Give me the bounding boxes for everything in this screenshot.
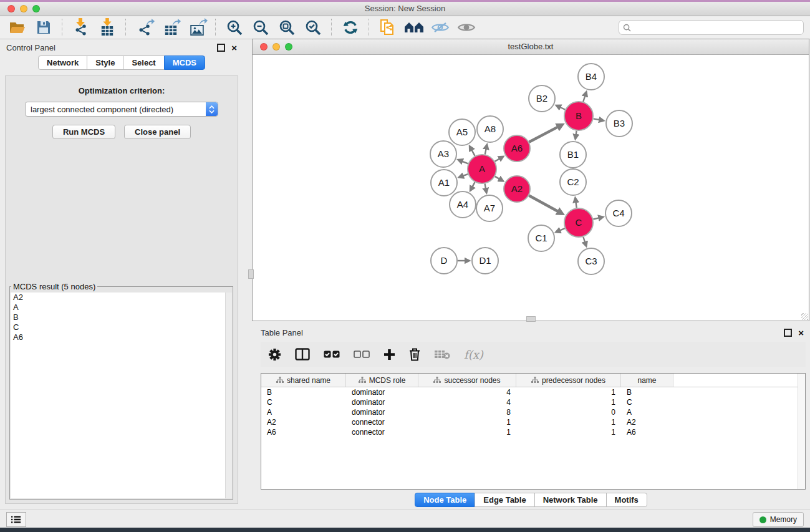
edge-A-A4[interactable] <box>471 182 475 189</box>
export-image-button[interactable] <box>186 18 208 37</box>
close-panel-button[interactable]: Close panel <box>124 125 191 139</box>
search-box[interactable] <box>619 20 804 35</box>
edge-A-A1[interactable] <box>460 174 468 177</box>
node-B1[interactable]: B1 <box>560 142 586 168</box>
import-network-button[interactable] <box>70 18 92 37</box>
table-cell[interactable]: A <box>621 408 673 417</box>
edge-B-B3[interactable] <box>594 118 602 120</box>
edge-C-C2[interactable] <box>576 200 577 208</box>
export-network-button[interactable] <box>133 18 156 37</box>
edge-A-A7[interactable] <box>485 184 486 191</box>
node-D[interactable]: D <box>431 248 457 274</box>
table-cell[interactable]: 0 <box>516 408 621 417</box>
tab-style[interactable]: Style <box>87 56 123 70</box>
close-panel-icon[interactable]: × <box>231 45 237 51</box>
network-document-button[interactable] <box>377 18 399 37</box>
node-A4[interactable]: A4 <box>450 191 476 218</box>
result-item[interactable]: A6 <box>11 332 232 342</box>
column-header-shared-name[interactable]: shared name <box>261 374 346 387</box>
table-cell[interactable]: 1 <box>418 428 516 437</box>
result-scrollbar[interactable] <box>225 293 232 498</box>
close-panel-icon[interactable]: × <box>798 330 804 336</box>
node-A[interactable]: A <box>468 155 496 183</box>
add-button[interactable] <box>383 349 395 360</box>
zoom-in-button[interactable] <box>223 18 246 37</box>
zoom-window-button[interactable] <box>32 5 40 12</box>
table-tab-edge-table[interactable]: Edge Table <box>475 493 534 507</box>
gear-button[interactable] <box>268 348 281 361</box>
deselect-all-button[interactable] <box>354 351 370 358</box>
node-A3[interactable]: A3 <box>430 141 456 167</box>
edge-A-A6[interactable] <box>495 157 502 162</box>
node-A1[interactable]: A1 <box>431 170 457 196</box>
open-file-button[interactable] <box>6 18 29 37</box>
float-panel-icon[interactable] <box>784 329 792 337</box>
table-cell[interactable]: 1 <box>418 418 516 427</box>
table-cell[interactable]: 4 <box>418 388 516 397</box>
horizontal-split-handle[interactable] <box>248 269 254 279</box>
tab-mcds[interactable]: MCDS <box>164 56 205 70</box>
table-row[interactable]: Bdominator41B <box>261 387 805 397</box>
edge-C-C4[interactable] <box>593 217 601 219</box>
resize-grip[interactable] <box>801 313 808 320</box>
search-input[interactable] <box>634 22 799 32</box>
table-cell[interactable]: 1 <box>516 428 621 437</box>
node-A7[interactable]: A7 <box>476 195 503 221</box>
node-C[interactable]: C <box>564 208 593 237</box>
node-D1[interactable]: D1 <box>472 248 498 274</box>
window-titlebar[interactable]: Session: New Session <box>0 2 810 16</box>
columns-button[interactable] <box>295 348 310 360</box>
node-B2[interactable]: B2 <box>529 85 555 112</box>
table-tab-motifs[interactable]: Motifs <box>606 493 647 507</box>
edge-B-B1[interactable] <box>576 131 577 138</box>
node-C3[interactable]: C3 <box>578 248 604 274</box>
home-views-button[interactable] <box>403 18 425 37</box>
edge-B-B4[interactable] <box>583 94 586 102</box>
show-details-button[interactable] <box>455 18 478 37</box>
export-table-button[interactable] <box>160 18 182 37</box>
edge-C-C3[interactable] <box>583 237 586 245</box>
function-builder-button[interactable]: f(x) <box>464 348 483 361</box>
node-A5[interactable]: A5 <box>449 119 475 145</box>
table-cell[interactable]: A <box>261 408 346 417</box>
table-row[interactable]: Cdominator41C <box>261 397 805 407</box>
table-cell[interactable]: connector <box>346 418 418 427</box>
table-cell[interactable]: connector <box>346 428 418 437</box>
table-cell[interactable]: 1 <box>516 418 621 427</box>
delete-table-button[interactable] <box>434 349 450 359</box>
minimize-network-button[interactable] <box>272 43 280 51</box>
vertical-split-handle[interactable] <box>526 316 536 322</box>
node-C1[interactable]: C1 <box>528 225 554 251</box>
table-cell[interactable]: C <box>621 398 673 407</box>
node-C2[interactable]: C2 <box>560 169 586 195</box>
edge-A-A5[interactable] <box>470 148 475 156</box>
result-item[interactable]: B <box>11 312 232 322</box>
edge-A6-B[interactable] <box>529 125 561 142</box>
column-header-name[interactable]: name <box>621 374 673 387</box>
optimization-criterion-dropdown[interactable]: largest connected component (directed) <box>25 102 218 117</box>
node-A8[interactable]: A8 <box>477 116 503 142</box>
column-header-successor-nodes[interactable]: successor nodes <box>418 374 516 387</box>
edge-B-B2[interactable] <box>557 106 565 110</box>
delete-button[interactable] <box>409 348 420 361</box>
column-header-predecessor-nodes[interactable]: predecessor nodes <box>516 374 621 387</box>
node-B3[interactable]: B3 <box>606 110 632 137</box>
edge-A-A8[interactable] <box>485 146 487 154</box>
close-network-button[interactable] <box>260 43 268 51</box>
tab-network[interactable]: Network <box>38 56 87 70</box>
zoom-out-button[interactable] <box>249 18 272 37</box>
table-cell[interactable]: 1 <box>516 398 621 407</box>
table-cell[interactable]: B <box>261 388 346 397</box>
table-cell[interactable]: 8 <box>418 408 516 417</box>
table-tab-network-table[interactable]: Network Table <box>534 493 607 507</box>
table-row[interactable]: A2connector11A2 <box>261 417 805 427</box>
import-table-button[interactable] <box>96 18 118 37</box>
network-canvas[interactable]: B4B2BB3A5A8A6A3B1AA1C2A2A4A7C4CC1DD1C3 <box>253 54 809 321</box>
table-cell[interactable]: A2 <box>621 418 673 427</box>
node-B4[interactable]: B4 <box>578 64 604 90</box>
zoom-network-button[interactable] <box>285 43 292 51</box>
table-scrollbar[interactable] <box>798 374 805 489</box>
result-item[interactable]: A2 <box>11 293 232 302</box>
table-cell[interactable]: 4 <box>418 398 516 407</box>
table-row[interactable]: Adominator80A <box>261 407 805 417</box>
